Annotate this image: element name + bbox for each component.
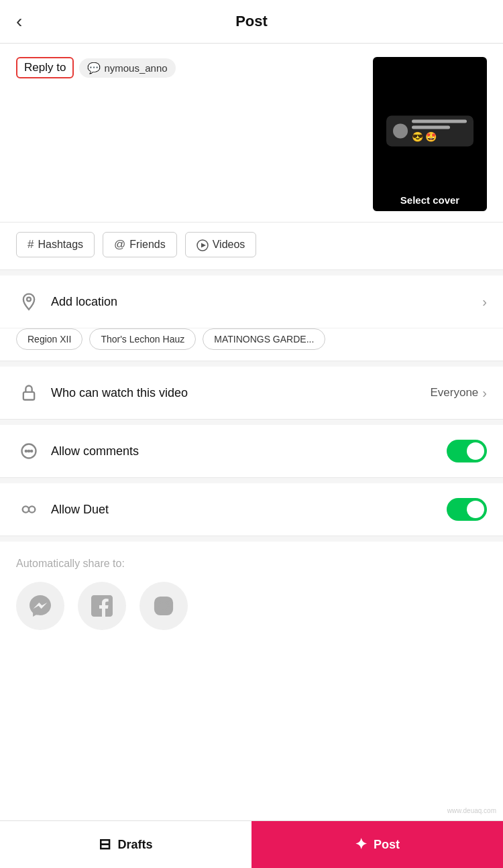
svg-rect-3 [23, 392, 34, 400]
svg-point-6 [28, 450, 30, 452]
location-chevron: › [482, 294, 487, 310]
drafts-button[interactable]: ⊟ Drafts [0, 821, 252, 868]
emoji-1: 😎 [412, 131, 423, 142]
post-button[interactable]: ✦ Post [252, 821, 503, 868]
back-button[interactable]: ‹ [16, 12, 22, 31]
section-divider [0, 270, 503, 275]
post-label: Post [374, 838, 400, 852]
who-can-watch-value: Everyone [431, 386, 479, 399]
svg-point-11 [159, 601, 168, 611]
svg-point-2 [27, 298, 31, 302]
location-section: Add location › Region XII Thor's Lechon … [0, 275, 503, 361]
page-title: Post [235, 13, 268, 30]
text-lines: 😎 🤩 [412, 119, 467, 142]
allow-duet-row: Allow Duet [0, 483, 503, 536]
select-cover-label[interactable]: Select cover [373, 189, 487, 211]
video-preview: 😎 🤩 [386, 115, 473, 146]
location-chip-0[interactable]: Region XII [16, 328, 82, 350]
comments-section: Allow comments [0, 425, 503, 478]
drafts-label: Drafts [117, 838, 152, 852]
watch-section: Who can watch this video Everyone › [0, 367, 503, 420]
svg-point-5 [25, 450, 27, 452]
videos-label: Videos [213, 239, 245, 251]
who-can-watch-label: Who can watch this video [51, 386, 431, 400]
text-line-1 [412, 119, 467, 123]
svg-point-12 [168, 600, 170, 602]
hashtags-label: Hashtags [38, 239, 83, 251]
friends-button[interactable]: @ Friends [103, 232, 177, 257]
location-row[interactable]: Add location › [0, 275, 503, 328]
share-icons-row [16, 582, 487, 630]
location-chips: Region XII Thor's Lechon Hauz MATINONGS … [0, 328, 503, 361]
username-text: nymous_anno [104, 62, 167, 74]
videos-button[interactable]: Videos [185, 232, 257, 257]
section-divider-4 [0, 478, 503, 483]
allow-comments-label: Allow comments [51, 444, 447, 458]
chat-icon: 💬 [87, 62, 101, 74]
who-can-watch-chevron: › [482, 385, 487, 401]
location-icon [16, 289, 42, 314]
allow-comments-toggle[interactable] [447, 440, 487, 462]
share-section: Automatically share to: [0, 542, 503, 641]
emoji-row: 😎 🤩 [412, 131, 467, 142]
section-divider-2 [0, 361, 503, 367]
lock-icon [16, 380, 42, 406]
location-chip-1[interactable]: Thor's Lechon Hauz [89, 328, 196, 350]
content-area: Reply to 💬 nymous_anno 😎 🤩 Select cover [0, 44, 503, 223]
hashtags-button[interactable]: # Hashtags [16, 232, 95, 257]
left-section: Reply to 💬 nymous_anno [16, 57, 359, 211]
svg-point-9 [29, 506, 35, 512]
play-icon [197, 238, 209, 251]
watermark: www.deuaq.com [447, 807, 496, 814]
svg-point-8 [23, 506, 29, 512]
reply-to-label: Reply to [16, 57, 74, 78]
allow-duet-toggle[interactable] [447, 498, 487, 521]
section-divider-5 [0, 536, 503, 542]
facebook-share-button[interactable] [78, 582, 126, 630]
emoji-2: 🤩 [425, 131, 437, 142]
bottom-bar: ⊟ Drafts ✦ Post [0, 820, 503, 868]
svg-marker-1 [201, 243, 206, 247]
username-badge[interactable]: 💬 nymous_anno [79, 58, 175, 78]
duet-icon [16, 497, 42, 522]
svg-point-7 [31, 450, 32, 452]
messenger-share-button[interactable] [16, 582, 64, 630]
text-line-2 [412, 125, 450, 129]
share-label: Automatically share to: [16, 558, 487, 570]
reply-to-row: Reply to 💬 nymous_anno [16, 57, 359, 78]
hashtag-icon: # [27, 238, 34, 251]
avatar-small [393, 123, 408, 138]
section-divider-3 [0, 420, 503, 425]
tag-row: # Hashtags @ Friends Videos [0, 223, 503, 270]
location-label: Add location [51, 295, 482, 309]
post-icon: ✦ [355, 836, 367, 853]
header: ‹ Post [0, 0, 503, 44]
drafts-icon: ⊟ [99, 836, 111, 853]
comments-icon [16, 438, 42, 464]
who-can-watch-row[interactable]: Who can watch this video Everyone › [0, 367, 503, 419]
allow-duet-label: Allow Duet [51, 503, 447, 517]
video-thumbnail[interactable]: 😎 🤩 Select cover [373, 57, 487, 211]
instagram-share-button[interactable] [139, 582, 188, 630]
location-chip-2[interactable]: MATINONGS GARDE... [203, 328, 325, 350]
friends-label: Friends [129, 239, 165, 251]
allow-comments-row: Allow comments [0, 425, 503, 477]
at-icon: @ [114, 238, 125, 251]
duet-section: Allow Duet [0, 483, 503, 536]
